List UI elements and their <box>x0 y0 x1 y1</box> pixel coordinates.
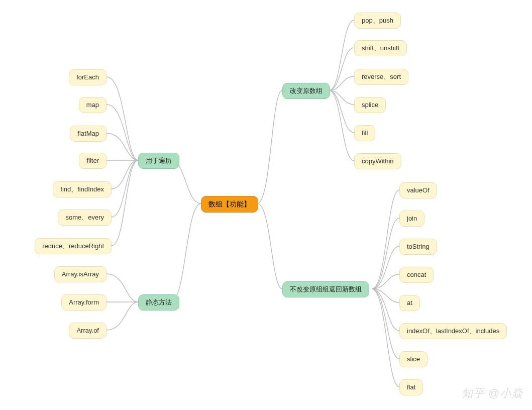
leaf-pure-2[interactable]: toString <box>399 239 437 255</box>
leaf-mutate-1[interactable]: shift、unshift <box>354 40 407 56</box>
leaf-traversal-5[interactable]: some、every <box>58 210 112 226</box>
leaf-pure-6[interactable]: slice <box>399 351 428 367</box>
leaf-mutate-0[interactable]: pop、push <box>354 13 401 29</box>
connector-layer <box>0 0 532 410</box>
leaf-mutate-2[interactable]: reverse、sort <box>354 69 408 85</box>
leaf-mutate-4[interactable]: fill <box>354 125 375 141</box>
leaf-static-1[interactable]: Array.form <box>61 294 107 311</box>
leaf-traversal-0[interactable]: forEach <box>69 69 107 85</box>
leaf-pure-1[interactable]: join <box>399 211 424 227</box>
leaf-pure-0[interactable]: valueOf <box>399 182 437 198</box>
root-node[interactable]: 数组【功能】 <box>201 196 258 213</box>
branch-mutate[interactable]: 改变原数组 <box>282 83 330 99</box>
leaf-pure-4[interactable]: at <box>399 295 420 311</box>
leaf-traversal-6[interactable]: reduce、reduceRight <box>35 238 112 254</box>
leaf-traversal-2[interactable]: flatMap <box>70 126 107 142</box>
leaf-mutate-3[interactable]: splice <box>354 97 386 113</box>
leaf-traversal-1[interactable]: map <box>79 97 107 113</box>
leaf-traversal-4[interactable]: find、findIndex <box>53 181 112 197</box>
leaf-mutate-5[interactable]: copyWithin <box>354 153 401 169</box>
leaf-static-2[interactable]: Array.of <box>69 323 107 339</box>
leaf-pure-7[interactable]: flat <box>399 379 423 395</box>
branch-static[interactable]: 静态方法 <box>138 294 179 311</box>
leaf-pure-5[interactable]: indexOf、lastIndexOf、includes <box>399 323 507 339</box>
branch-pure[interactable]: 不改变原组组返回新数组 <box>282 281 369 297</box>
branch-traversal[interactable]: 用于遍历 <box>138 153 179 169</box>
leaf-static-0[interactable]: Array.isArray <box>54 266 107 282</box>
watermark: 知乎 @小焱 <box>462 386 523 401</box>
leaf-traversal-3[interactable]: filter <box>79 153 107 169</box>
leaf-pure-3[interactable]: concat <box>399 267 434 283</box>
